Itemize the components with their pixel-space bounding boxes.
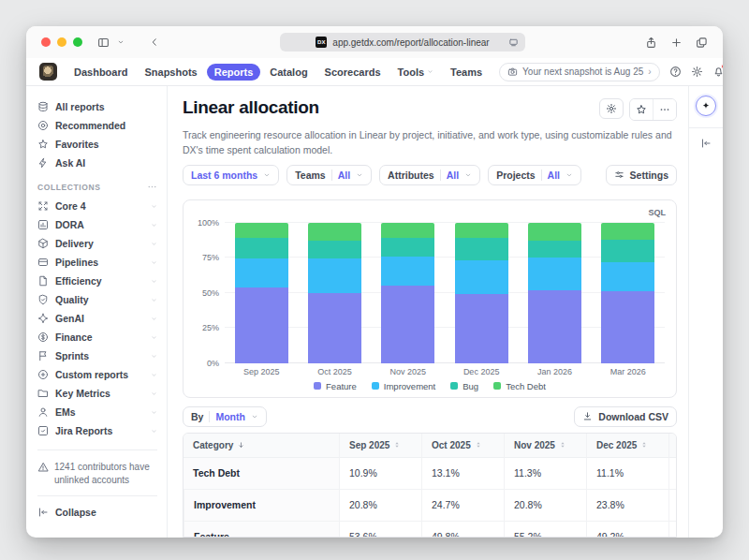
titlebar-chevron-down-icon[interactable]	[117, 38, 125, 46]
nav-item-teams[interactable]: Teams	[443, 64, 490, 81]
url-text: app.getdx.com/report/allocation-linear	[332, 37, 489, 48]
sql-badge[interactable]: SQL	[648, 208, 666, 217]
nav-item-catalog[interactable]: Catalog	[262, 64, 315, 81]
cell-value: 11.3%	[514, 467, 541, 479]
sidebar-item-label: Favorites	[55, 139, 99, 150]
stacked-bar-nov-2025[interactable]	[381, 223, 434, 363]
chevron-down-icon	[151, 278, 157, 285]
nav-item-reports[interactable]: Reports	[207, 64, 261, 81]
gear-icon[interactable]	[691, 66, 703, 78]
stacked-bar-chart[interactable]: 0%25%50%75%100%	[225, 223, 665, 363]
filter-value: All	[548, 169, 560, 181]
stacked-bar-sep-2025[interactable]	[235, 223, 288, 363]
sidebar-item-finance[interactable]: Finance	[37, 328, 157, 346]
legend-item-improvement[interactable]: Improvement	[372, 381, 435, 391]
chevron-down-icon	[151, 222, 157, 228]
column-header-nov-2025[interactable]: Nov 2025	[504, 434, 586, 458]
nav-item-dashboard[interactable]: Dashboard	[66, 64, 135, 81]
column-header-dec-2025[interactable]: Dec 2025	[586, 434, 668, 458]
collapse-icon	[37, 507, 49, 518]
sidebar-item-favorites[interactable]: Favorites	[37, 135, 157, 154]
legend-item-bug[interactable]: Bug	[450, 381, 478, 391]
sidebar-toggle-icon[interactable]	[97, 37, 110, 49]
filter-projects[interactable]: ProjectsAll	[488, 165, 581, 185]
back-button[interactable]	[149, 37, 160, 48]
legend-item-feature[interactable]: Feature	[314, 381, 357, 391]
sidebar-item-genai[interactable]: GenAI	[37, 309, 157, 328]
cell-value: 23.8%	[596, 499, 624, 510]
column-header-sep-2025[interactable]: Sep 2025	[339, 434, 421, 458]
sidebar-item-key-metrics[interactable]: Key Metrics	[37, 384, 157, 403]
snapshot-notice[interactable]: Your next snapshot is Aug 25 ›	[499, 63, 660, 81]
stacked-bar-jan-2026[interactable]	[528, 223, 581, 363]
bar-segment-feature	[528, 290, 581, 363]
nav-item-scorecards[interactable]: Scorecards	[317, 64, 389, 81]
sidebar-item-sprints[interactable]: Sprints	[37, 346, 157, 365]
filter-teams[interactable]: TeamsAll	[286, 165, 372, 185]
sidebar-item-pipelines[interactable]: Pipelines	[37, 253, 157, 272]
filter-value: All	[338, 169, 350, 181]
sidebar-item-ems[interactable]: EMs	[37, 403, 157, 421]
column-header-category[interactable]: Category	[184, 434, 339, 458]
chevron-down-icon	[427, 68, 433, 75]
sidebar-item-efficiency[interactable]: Efficiency	[37, 272, 157, 290]
chevron-down-icon	[151, 316, 157, 322]
tab-overview-icon[interactable]	[696, 37, 708, 49]
right-rail	[688, 86, 723, 538]
bar-segment-bug	[455, 238, 508, 260]
share-icon[interactable]	[645, 37, 657, 49]
close-window-button[interactable]	[41, 37, 51, 47]
ai-assistant-button[interactable]	[696, 96, 716, 116]
zoom-window-button[interactable]	[73, 37, 82, 47]
sidebar-item-dora[interactable]: DORA	[37, 215, 157, 234]
help-icon[interactable]	[669, 66, 682, 78]
key-metrics-icon	[37, 388, 49, 399]
table-cell-value: 13.1%	[421, 458, 504, 490]
column-header-label: Category	[193, 440, 233, 450]
minimize-window-button[interactable]	[57, 37, 66, 47]
unlinked-accounts-warning[interactable]: 1241 contributors have unlinked accounts	[37, 449, 157, 495]
chevron-down-icon	[356, 171, 363, 179]
new-tab-icon[interactable]	[670, 37, 683, 49]
sidebar-item-custom-reports[interactable]: Custom reports	[37, 365, 157, 384]
filter-last-6-months[interactable]: Last 6 months	[183, 165, 279, 185]
sidebar-item-label: Recommended	[55, 120, 125, 131]
sidebar-item-ask-ai[interactable]: Ask AI	[37, 154, 157, 172]
report-description: Track engineering resource allocation in…	[183, 128, 677, 158]
sidebar-item-delivery[interactable]: Delivery	[37, 234, 157, 253]
stacked-bar-oct-2025[interactable]	[308, 223, 361, 363]
favorite-report-button[interactable]	[630, 99, 653, 120]
nav-item-tools[interactable]: Tools	[390, 64, 442, 81]
stacked-bar-dec-2025[interactable]	[455, 223, 508, 363]
reader-mode-icon[interactable]	[508, 37, 519, 48]
chart-settings-button[interactable]: Settings	[606, 165, 677, 185]
nav-item-label: Snapshots	[144, 66, 197, 78]
collections-menu-icon[interactable]	[147, 182, 157, 192]
column-header-oct-2025[interactable]: Oct 2025	[421, 434, 504, 458]
legend-item-tech-debt[interactable]: Tech Debt	[493, 381, 546, 391]
sidebar-item-core-4[interactable]: Core 4	[37, 197, 157, 215]
filter-attributes[interactable]: AttributesAll	[379, 165, 480, 185]
dx-logo[interactable]	[39, 63, 57, 81]
rail-collapse-icon[interactable]	[700, 138, 712, 149]
sidebar-collapse-button[interactable]: Collapse	[37, 495, 157, 518]
sidebar-item-jira-reports[interactable]: Jira Reports	[37, 421, 157, 440]
bell-icon[interactable]	[712, 66, 723, 78]
group-by-select[interactable]: By Month	[183, 406, 267, 427]
sidebar-item-all-reports[interactable]: All reports	[37, 97, 157, 116]
bar-segment-bug	[381, 238, 434, 256]
stacked-bar-mar-2026[interactable]	[601, 223, 654, 363]
report-settings-button[interactable]	[599, 98, 624, 119]
table-cell-value: 49.2%	[586, 522, 668, 538]
sidebar-item-recommended[interactable]: Recommended	[37, 116, 157, 135]
sidebar-item-quality[interactable]: Quality	[37, 290, 157, 309]
x-axis-label: Mar 2026	[592, 367, 665, 376]
y-axis-tick: 100%	[198, 218, 219, 228]
efficiency-icon	[37, 275, 49, 287]
address-bar[interactable]: DX app.getdx.com/report/allocation-linea…	[280, 33, 525, 52]
nav-item-snapshots[interactable]: Snapshots	[137, 64, 204, 81]
download-csv-button[interactable]: Download CSV	[574, 406, 677, 427]
quality-icon	[37, 294, 49, 305]
core4-icon	[37, 200, 49, 212]
more-actions-button[interactable]	[653, 99, 676, 120]
